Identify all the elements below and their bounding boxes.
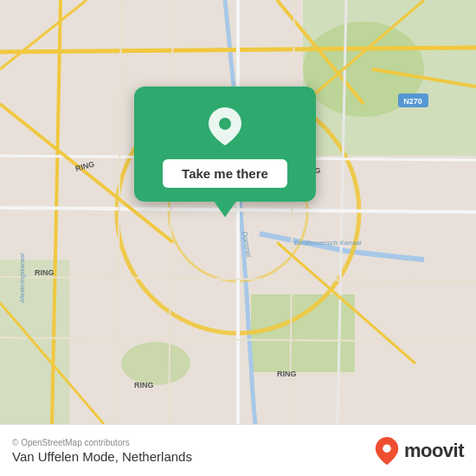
svg-point-5 (121, 342, 190, 385)
footer-left: © OpenStreetMap contributors Van Uffelen… (12, 438, 192, 464)
svg-point-37 (383, 444, 390, 452)
footer: © OpenStreetMap contributors Van Uffelen… (0, 424, 476, 476)
svg-text:Afwateringskanaal: Afwateringskanaal (19, 253, 26, 304)
moovit-pin-icon (375, 437, 399, 465)
take-me-there-button[interactable]: Take me there (163, 159, 287, 188)
moovit-brand-text: moovit (404, 440, 464, 462)
popup-card: Take me there (134, 87, 316, 202)
svg-point-36 (219, 118, 231, 130)
map-container: RING RING RING RING RING N270 Dommel Ein… (0, 0, 476, 424)
moovit-logo: moovit (375, 437, 464, 465)
location-icon-container (203, 104, 248, 149)
svg-text:Eindhovensch Kanaal: Eindhovensch Kanaal (294, 239, 362, 247)
copyright-text: © OpenStreetMap contributors (12, 438, 192, 447)
svg-text:N270: N270 (403, 97, 422, 106)
location-pin-icon (209, 107, 241, 145)
svg-text:RING: RING (277, 370, 297, 378)
location-name: Van Uffelen Mode, Netherlands (12, 449, 192, 464)
svg-text:RING: RING (134, 381, 154, 389)
svg-text:RING: RING (35, 268, 55, 277)
